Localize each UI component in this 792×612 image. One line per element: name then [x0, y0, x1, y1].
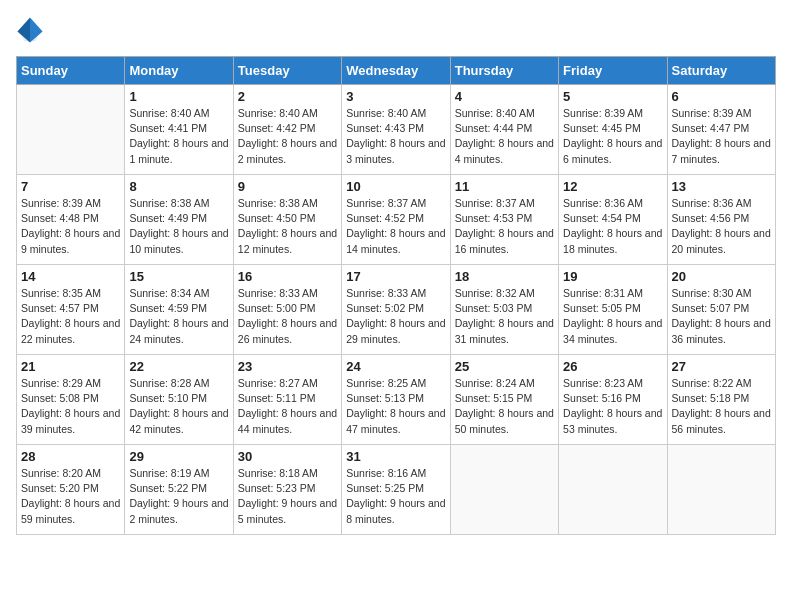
day-number: 1: [129, 89, 228, 104]
day-number: 30: [238, 449, 337, 464]
cell-content: Sunrise: 8:28 AM Sunset: 5:10 PM Dayligh…: [129, 376, 228, 437]
day-number: 7: [21, 179, 120, 194]
cell-content: Sunrise: 8:29 AM Sunset: 5:08 PM Dayligh…: [21, 376, 120, 437]
calendar-cell: 22Sunrise: 8:28 AM Sunset: 5:10 PM Dayli…: [125, 355, 233, 445]
week-row-0: 1Sunrise: 8:40 AM Sunset: 4:41 PM Daylig…: [17, 85, 776, 175]
calendar-cell: 30Sunrise: 8:18 AM Sunset: 5:23 PM Dayli…: [233, 445, 341, 535]
calendar-cell: 25Sunrise: 8:24 AM Sunset: 5:15 PM Dayli…: [450, 355, 558, 445]
cell-content: Sunrise: 8:40 AM Sunset: 4:44 PM Dayligh…: [455, 106, 554, 167]
calendar-cell: 2Sunrise: 8:40 AM Sunset: 4:42 PM Daylig…: [233, 85, 341, 175]
calendar-cell: 8Sunrise: 8:38 AM Sunset: 4:49 PM Daylig…: [125, 175, 233, 265]
week-row-3: 21Sunrise: 8:29 AM Sunset: 5:08 PM Dayli…: [17, 355, 776, 445]
cell-content: Sunrise: 8:30 AM Sunset: 5:07 PM Dayligh…: [672, 286, 771, 347]
cell-content: Sunrise: 8:27 AM Sunset: 5:11 PM Dayligh…: [238, 376, 337, 437]
cell-content: Sunrise: 8:37 AM Sunset: 4:52 PM Dayligh…: [346, 196, 445, 257]
calendar-cell: 28Sunrise: 8:20 AM Sunset: 5:20 PM Dayli…: [17, 445, 125, 535]
calendar-cell: 1Sunrise: 8:40 AM Sunset: 4:41 PM Daylig…: [125, 85, 233, 175]
calendar-cell: 17Sunrise: 8:33 AM Sunset: 5:02 PM Dayli…: [342, 265, 450, 355]
cell-content: Sunrise: 8:18 AM Sunset: 5:23 PM Dayligh…: [238, 466, 337, 527]
calendar-cell: 13Sunrise: 8:36 AM Sunset: 4:56 PM Dayli…: [667, 175, 775, 265]
day-number: 23: [238, 359, 337, 374]
day-number: 13: [672, 179, 771, 194]
calendar-cell: 10Sunrise: 8:37 AM Sunset: 4:52 PM Dayli…: [342, 175, 450, 265]
cell-content: Sunrise: 8:25 AM Sunset: 5:13 PM Dayligh…: [346, 376, 445, 437]
cell-content: Sunrise: 8:40 AM Sunset: 4:41 PM Dayligh…: [129, 106, 228, 167]
cell-content: Sunrise: 8:37 AM Sunset: 4:53 PM Dayligh…: [455, 196, 554, 257]
calendar-cell: 12Sunrise: 8:36 AM Sunset: 4:54 PM Dayli…: [559, 175, 667, 265]
cell-content: Sunrise: 8:23 AM Sunset: 5:16 PM Dayligh…: [563, 376, 662, 437]
cell-content: Sunrise: 8:36 AM Sunset: 4:56 PM Dayligh…: [672, 196, 771, 257]
day-number: 27: [672, 359, 771, 374]
day-number: 26: [563, 359, 662, 374]
day-header-wednesday: Wednesday: [342, 57, 450, 85]
cell-content: Sunrise: 8:22 AM Sunset: 5:18 PM Dayligh…: [672, 376, 771, 437]
cell-content: Sunrise: 8:36 AM Sunset: 4:54 PM Dayligh…: [563, 196, 662, 257]
day-number: 3: [346, 89, 445, 104]
day-number: 20: [672, 269, 771, 284]
cell-content: Sunrise: 8:40 AM Sunset: 4:42 PM Dayligh…: [238, 106, 337, 167]
calendar-cell: 24Sunrise: 8:25 AM Sunset: 5:13 PM Dayli…: [342, 355, 450, 445]
calendar-cell: [17, 85, 125, 175]
day-number: 8: [129, 179, 228, 194]
calendar-cell: 7Sunrise: 8:39 AM Sunset: 4:48 PM Daylig…: [17, 175, 125, 265]
calendar-cell: 26Sunrise: 8:23 AM Sunset: 5:16 PM Dayli…: [559, 355, 667, 445]
day-number: 2: [238, 89, 337, 104]
day-header-monday: Monday: [125, 57, 233, 85]
cell-content: Sunrise: 8:20 AM Sunset: 5:20 PM Dayligh…: [21, 466, 120, 527]
day-number: 12: [563, 179, 662, 194]
cell-content: Sunrise: 8:24 AM Sunset: 5:15 PM Dayligh…: [455, 376, 554, 437]
calendar-cell: 15Sunrise: 8:34 AM Sunset: 4:59 PM Dayli…: [125, 265, 233, 355]
week-row-4: 28Sunrise: 8:20 AM Sunset: 5:20 PM Dayli…: [17, 445, 776, 535]
day-number: 5: [563, 89, 662, 104]
day-header-sunday: Sunday: [17, 57, 125, 85]
calendar-header-row: SundayMondayTuesdayWednesdayThursdayFrid…: [17, 57, 776, 85]
day-number: 31: [346, 449, 445, 464]
cell-content: Sunrise: 8:38 AM Sunset: 4:50 PM Dayligh…: [238, 196, 337, 257]
cell-content: Sunrise: 8:38 AM Sunset: 4:49 PM Dayligh…: [129, 196, 228, 257]
day-header-friday: Friday: [559, 57, 667, 85]
day-number: 14: [21, 269, 120, 284]
day-number: 22: [129, 359, 228, 374]
cell-content: Sunrise: 8:34 AM Sunset: 4:59 PM Dayligh…: [129, 286, 228, 347]
day-header-tuesday: Tuesday: [233, 57, 341, 85]
calendar-cell: [559, 445, 667, 535]
calendar-cell: 21Sunrise: 8:29 AM Sunset: 5:08 PM Dayli…: [17, 355, 125, 445]
day-number: 16: [238, 269, 337, 284]
cell-content: Sunrise: 8:40 AM Sunset: 4:43 PM Dayligh…: [346, 106, 445, 167]
calendar-cell: 31Sunrise: 8:16 AM Sunset: 5:25 PM Dayli…: [342, 445, 450, 535]
calendar-cell: 19Sunrise: 8:31 AM Sunset: 5:05 PM Dayli…: [559, 265, 667, 355]
calendar-cell: 9Sunrise: 8:38 AM Sunset: 4:50 PM Daylig…: [233, 175, 341, 265]
day-number: 15: [129, 269, 228, 284]
cell-content: Sunrise: 8:39 AM Sunset: 4:47 PM Dayligh…: [672, 106, 771, 167]
day-number: 10: [346, 179, 445, 194]
cell-content: Sunrise: 8:35 AM Sunset: 4:57 PM Dayligh…: [21, 286, 120, 347]
logo-icon: [16, 16, 44, 44]
calendar-cell: 11Sunrise: 8:37 AM Sunset: 4:53 PM Dayli…: [450, 175, 558, 265]
cell-content: Sunrise: 8:16 AM Sunset: 5:25 PM Dayligh…: [346, 466, 445, 527]
day-number: 4: [455, 89, 554, 104]
calendar-cell: 5Sunrise: 8:39 AM Sunset: 4:45 PM Daylig…: [559, 85, 667, 175]
calendar-cell: 3Sunrise: 8:40 AM Sunset: 4:43 PM Daylig…: [342, 85, 450, 175]
calendar: SundayMondayTuesdayWednesdayThursdayFrid…: [16, 56, 776, 535]
day-number: 24: [346, 359, 445, 374]
calendar-cell: 23Sunrise: 8:27 AM Sunset: 5:11 PM Dayli…: [233, 355, 341, 445]
day-number: 18: [455, 269, 554, 284]
week-row-1: 7Sunrise: 8:39 AM Sunset: 4:48 PM Daylig…: [17, 175, 776, 265]
cell-content: Sunrise: 8:33 AM Sunset: 5:02 PM Dayligh…: [346, 286, 445, 347]
calendar-cell: 18Sunrise: 8:32 AM Sunset: 5:03 PM Dayli…: [450, 265, 558, 355]
day-header-saturday: Saturday: [667, 57, 775, 85]
day-number: 11: [455, 179, 554, 194]
calendar-cell: 4Sunrise: 8:40 AM Sunset: 4:44 PM Daylig…: [450, 85, 558, 175]
calendar-cell: 29Sunrise: 8:19 AM Sunset: 5:22 PM Dayli…: [125, 445, 233, 535]
day-number: 9: [238, 179, 337, 194]
cell-content: Sunrise: 8:39 AM Sunset: 4:48 PM Dayligh…: [21, 196, 120, 257]
calendar-cell: [667, 445, 775, 535]
calendar-cell: 20Sunrise: 8:30 AM Sunset: 5:07 PM Dayli…: [667, 265, 775, 355]
day-header-thursday: Thursday: [450, 57, 558, 85]
calendar-cell: [450, 445, 558, 535]
cell-content: Sunrise: 8:31 AM Sunset: 5:05 PM Dayligh…: [563, 286, 662, 347]
day-number: 21: [21, 359, 120, 374]
cell-content: Sunrise: 8:39 AM Sunset: 4:45 PM Dayligh…: [563, 106, 662, 167]
day-number: 19: [563, 269, 662, 284]
header: [16, 16, 776, 44]
